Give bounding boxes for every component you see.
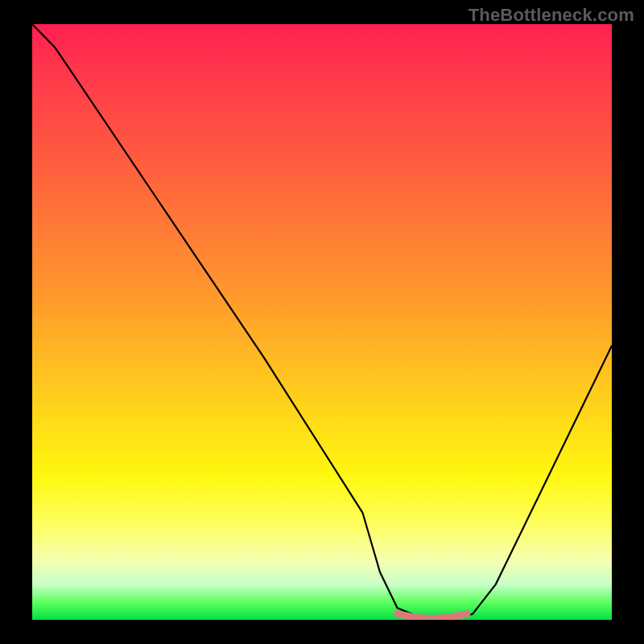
chart-plot-area (32, 24, 612, 620)
chart-svg-overlay (32, 24, 612, 620)
watermark-text: TheBottleneck.com (469, 5, 634, 26)
bottleneck-curve-path (32, 24, 612, 620)
optimal-flat-segment-path (398, 614, 467, 619)
